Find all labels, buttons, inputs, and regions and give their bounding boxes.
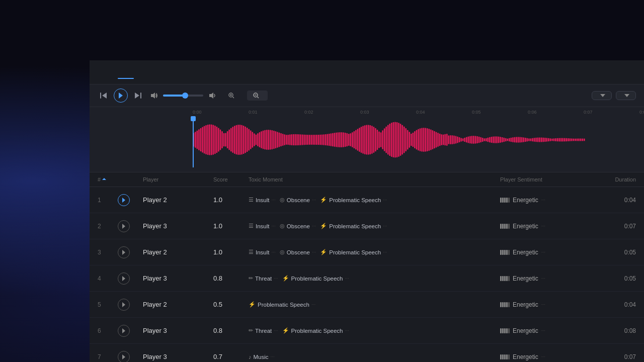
svg-marker-1 [102, 93, 107, 99]
row-duration: 0:05 [591, 249, 636, 256]
tab-info[interactable] [138, 66, 154, 78]
svg-marker-16 [102, 178, 106, 180]
volume-icon [148, 89, 160, 102]
tab-audio-tracks[interactable] [98, 66, 114, 78]
sentiment-bar [500, 328, 510, 333]
svg-rect-3 [140, 93, 141, 99]
row-player: Player 3 [143, 222, 213, 230]
tag: ♪Music··· [249, 354, 275, 360]
row-duration: 0:05 [591, 275, 636, 282]
tab-moments[interactable] [118, 66, 134, 78]
sentiment-bar [500, 250, 510, 255]
svg-line-12 [258, 97, 259, 99]
row-duration: 0:07 [591, 223, 636, 230]
row-player: Player 2 [143, 301, 213, 308]
th-play [118, 176, 143, 183]
tag: ☰Insult··· [249, 249, 276, 255]
row-score: 0.7 [213, 353, 249, 360]
sentiment-bar [500, 198, 510, 203]
row-player: Player 2 [143, 196, 213, 204]
toxic-moment-dropdown[interactable] [616, 91, 636, 100]
table-row: 4Player 30.8✏Threat···⚡Problematic Speec… [90, 265, 644, 292]
table-section: # Player Score Toxic Moment Player Senti… [90, 172, 644, 362]
row-tags: ♪Music··· [249, 354, 500, 360]
tag: ◎Obscene··· [280, 223, 316, 229]
main-panel: 0:00 0:01 0:02 0:03 0:04 0:05 0:06 0:07 … [90, 60, 644, 362]
tick-0: 0:00 [193, 110, 202, 115]
tag: ⚡Problematic Speech··· [282, 327, 349, 334]
play-button[interactable] [114, 88, 128, 103]
tag: ⚡Problematic Speech··· [320, 249, 387, 255]
sentiment-bar [500, 354, 510, 359]
sentiment-bar [500, 276, 510, 281]
row-tags: ☰Insult···◎Obscene···⚡Problematic Speech… [249, 223, 500, 229]
row-play-button[interactable] [118, 246, 143, 258]
sentiment-bar [500, 302, 510, 307]
row-score: 1.0 [213, 196, 249, 204]
th-number[interactable]: # [98, 176, 118, 183]
zoom-out-button[interactable] [247, 90, 268, 101]
row-sentiment: Energetic ··· [500, 353, 591, 360]
svg-rect-0 [100, 93, 101, 99]
volume-high-icon [206, 89, 218, 102]
row-sentiment: Energetic ··· [500, 249, 591, 256]
player-bar-right [592, 91, 636, 100]
tag: ☰Insult··· [249, 223, 276, 229]
row-number: 2 [98, 223, 118, 230]
table-row: 1Player 21.0☰Insult···◎Obscene···⚡Proble… [90, 187, 644, 213]
row-score: 0.8 [213, 327, 249, 334]
row-duration: 0:04 [591, 301, 636, 308]
row-player: Player 3 [143, 327, 213, 334]
table-row: 3Player 21.0☰Insult···◎Obscene···⚡Proble… [90, 239, 644, 265]
skip-back-button[interactable] [98, 89, 110, 102]
row-tags: ☰Insult···◎Obscene···⚡Problematic Speech… [249, 249, 500, 255]
row-sentiment: Energetic ··· [500, 223, 591, 230]
row-player: Player 3 [143, 353, 213, 360]
row-tags: ✏Threat···⚡Problematic Speech··· [249, 327, 500, 334]
tick-7: 0:07 [584, 110, 593, 115]
th-sentiment: Player Sentiment [500, 176, 591, 183]
table-row: 5Player 20.5⚡Problematic Speech··· Energ… [90, 292, 644, 318]
row-play-button[interactable] [118, 273, 143, 285]
zoom-in-button[interactable] [222, 90, 243, 101]
table-row: 6Player 30.8✏Threat···⚡Problematic Speec… [90, 318, 644, 344]
row-sentiment: Energetic ··· [500, 327, 591, 334]
th-score: Score [213, 176, 249, 183]
tick-2: 0:02 [304, 110, 313, 115]
waveform-container[interactable] [90, 117, 644, 167]
table-row: 7Player 30.7♪Music··· Energetic ··· 0:07 [90, 344, 644, 362]
row-number: 3 [98, 249, 118, 256]
svg-marker-5 [151, 93, 155, 99]
row-play-button[interactable] [118, 325, 143, 337]
tag: ☰Insult··· [249, 197, 276, 203]
svg-marker-2 [119, 93, 123, 99]
tick-4: 0:04 [416, 110, 425, 115]
row-play-button[interactable] [118, 194, 143, 206]
svg-marker-17 [122, 198, 125, 203]
row-play-button[interactable] [118, 299, 143, 311]
table-header: # Player Score Toxic Moment Player Senti… [90, 172, 644, 187]
volume-slider[interactable] [163, 95, 203, 97]
tag: ◎Obscene··· [280, 249, 316, 255]
volume-control[interactable] [148, 89, 218, 102]
row-number: 6 [98, 327, 118, 334]
tick-6: 0:06 [528, 110, 537, 115]
row-play-button[interactable] [118, 220, 143, 232]
player-bar [90, 84, 644, 107]
svg-marker-20 [122, 276, 125, 281]
row-score: 0.8 [213, 275, 249, 282]
skip-forward-button[interactable] [132, 89, 144, 102]
tag: ⚡Problematic Speech··· [249, 301, 315, 308]
tick-3: 0:03 [360, 110, 369, 115]
row-tags: ☰Insult···◎Obscene···⚡Problematic Speech… [249, 197, 500, 203]
svg-marker-15 [624, 94, 629, 97]
th-player: Player [143, 176, 213, 183]
row-play-button[interactable] [118, 351, 143, 363]
row-sentiment: Energetic ··· [500, 197, 591, 204]
row-number: 4 [98, 275, 118, 282]
tag: ✏Threat··· [249, 275, 278, 282]
player-dropdown[interactable] [592, 91, 612, 100]
table-row: 2Player 31.0☰Insult···◎Obscene···⚡Proble… [90, 213, 644, 239]
tag: ⚡Problematic Speech··· [282, 275, 349, 282]
tag: ◎Obscene··· [280, 197, 316, 203]
